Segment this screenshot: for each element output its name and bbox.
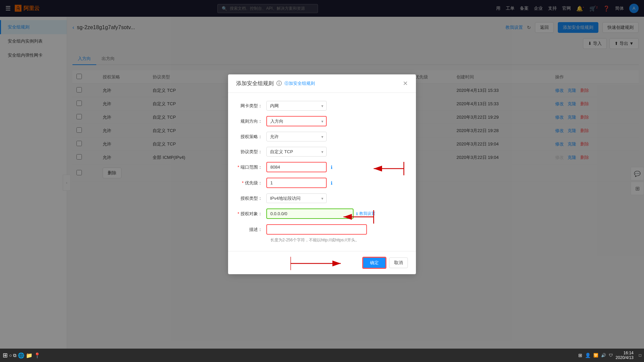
taskbar-clock: 16:14 2020/4/13 xyxy=(615,351,636,360)
policy-control: 允许 xyxy=(266,132,408,141)
auth-target-label: 授权对象： xyxy=(236,211,266,217)
modal-help-icon[interactable]: ⓘ xyxy=(276,80,282,87)
auth-type-select[interactable]: IPv4地址段访问 xyxy=(266,193,327,203)
protocol-select[interactable]: 自定义 TCP xyxy=(266,147,327,157)
priority-control: ℹ xyxy=(266,178,408,188)
direction-control: 入方向 xyxy=(266,116,408,126)
taskbar-time: 16:14 xyxy=(615,351,633,355)
direction-label: 规则方向： xyxy=(236,118,266,124)
taskbar-person-icon[interactable]: 👤 xyxy=(585,353,591,358)
form-row-protocol: 协议类型： 自定义 TCP xyxy=(236,147,408,157)
direction-select[interactable]: 入方向 xyxy=(266,116,327,126)
modal-footer: 确定 取消 xyxy=(228,251,416,274)
desc-hint: 长度为2-256个字符，不能以http://或https://开头。 xyxy=(236,237,408,243)
form-row-direction: 规则方向： 入方向 xyxy=(236,116,408,126)
modal-close-button[interactable]: ✕ xyxy=(403,80,408,87)
priority-input[interactable] xyxy=(266,178,327,188)
maps-taskbar-icon[interactable]: 📍 xyxy=(34,352,41,359)
cancel-button[interactable]: 取消 xyxy=(389,257,408,268)
modal-title-text: 添加安全组规则 xyxy=(236,80,274,87)
modal-body: 网卡类型： 内网 规则方向： 入方向 xyxy=(228,93,416,251)
taskbar: ⊞ ○ ⧉ 🌐 📁 📍 ⊞ 👤 🛜 🔊 🛡 16:14 2020/4/13 □ xyxy=(0,349,644,362)
start-button[interactable]: ⊞ xyxy=(3,352,8,359)
taskbar-wifi-icon: 🛜 xyxy=(593,353,598,358)
auth-target-control: ℹ 教我设置 xyxy=(266,208,408,219)
confirm-arrow-annotation xyxy=(290,255,351,272)
modal-subtitle[interactable]: ⓪加安全组规则 xyxy=(284,80,315,86)
modal-overlay: 添加安全组规则 ⓘ ⓪加安全组规则 ✕ 网卡类型： 内网 xyxy=(0,0,644,349)
protocol-label: 协议类型： xyxy=(236,149,266,155)
help-circle-icon: ℹ xyxy=(356,212,358,216)
taskbar-antivirus-icon: 🛡 xyxy=(609,353,613,358)
form-row-auth-target: 授权对象： ℹ 教我设置 xyxy=(236,208,408,219)
nic-type-label: 网卡类型： xyxy=(236,103,266,109)
protocol-select-wrapper: 自定义 TCP xyxy=(266,147,327,157)
search-button[interactable]: ○ xyxy=(9,353,12,358)
port-input[interactable] xyxy=(266,162,327,172)
form-row-desc: 描述： xyxy=(236,224,408,235)
confirm-button[interactable]: 确定 xyxy=(362,257,386,269)
taskbar-right: ⊞ 👤 🛜 🔊 🛡 16:14 2020/4/13 □ xyxy=(578,351,641,360)
file-manager-taskbar-icon[interactable]: 📁 xyxy=(26,352,33,359)
form-row-policy: 授权策略： 允许 xyxy=(236,132,408,141)
taskbar-date: 2020/4/13 xyxy=(615,355,633,360)
direction-select-wrapper: 入方向 xyxy=(266,116,327,126)
auth-target-input[interactable] xyxy=(266,208,354,219)
desc-control xyxy=(266,224,408,235)
desc-label: 描述： xyxy=(236,227,266,233)
policy-select-wrapper: 允许 xyxy=(266,132,327,141)
modal-header: 添加安全组规则 ⓘ ⓪加安全组规则 ✕ xyxy=(228,74,416,93)
nic-type-select-wrapper: 内网 xyxy=(266,101,327,111)
auth-help-link[interactable]: ℹ 教我设置 xyxy=(356,211,375,217)
priority-label: 优先级： xyxy=(236,180,266,186)
browser-taskbar-icon[interactable]: 🌐 xyxy=(18,352,24,359)
nic-type-control: 内网 xyxy=(266,101,408,111)
add-rule-modal: 添加安全组规则 ⓘ ⓪加安全组规则 ✕ 网卡类型： 内网 xyxy=(228,74,416,274)
priority-info-icon[interactable]: ℹ xyxy=(331,180,332,186)
modal-title: 添加安全组规则 ⓘ ⓪加安全组规则 xyxy=(236,80,315,87)
port-label: 端口范围： xyxy=(236,164,266,170)
port-info-icon[interactable]: ℹ xyxy=(331,165,332,170)
policy-select[interactable]: 允许 xyxy=(266,132,327,141)
form-row-port: 端口范围： ℹ xyxy=(236,162,408,172)
form-row-auth-type: 授权类型： IPv4地址段访问 xyxy=(236,193,408,203)
protocol-control: 自定义 TCP xyxy=(266,147,408,157)
taskbar-notification-icon[interactable]: □ xyxy=(639,353,641,358)
auth-type-control: IPv4地址段访问 xyxy=(266,193,408,203)
desc-input[interactable] xyxy=(266,224,367,235)
nic-type-select[interactable]: 内网 xyxy=(266,101,327,111)
task-view-button[interactable]: ⧉ xyxy=(13,353,16,358)
form-row-nic-type: 网卡类型： 内网 xyxy=(236,101,408,111)
port-control: ℹ xyxy=(266,162,408,172)
policy-label: 授权策略： xyxy=(236,134,266,140)
form-row-priority: 优先级： ℹ xyxy=(236,178,408,188)
taskbar-volume-icon[interactable]: 🔊 xyxy=(601,353,606,358)
taskbar-grid-icon[interactable]: ⊞ xyxy=(578,353,582,358)
auth-type-select-wrapper: IPv4地址段访问 xyxy=(266,193,327,203)
auth-type-label: 授权类型： xyxy=(236,195,266,201)
